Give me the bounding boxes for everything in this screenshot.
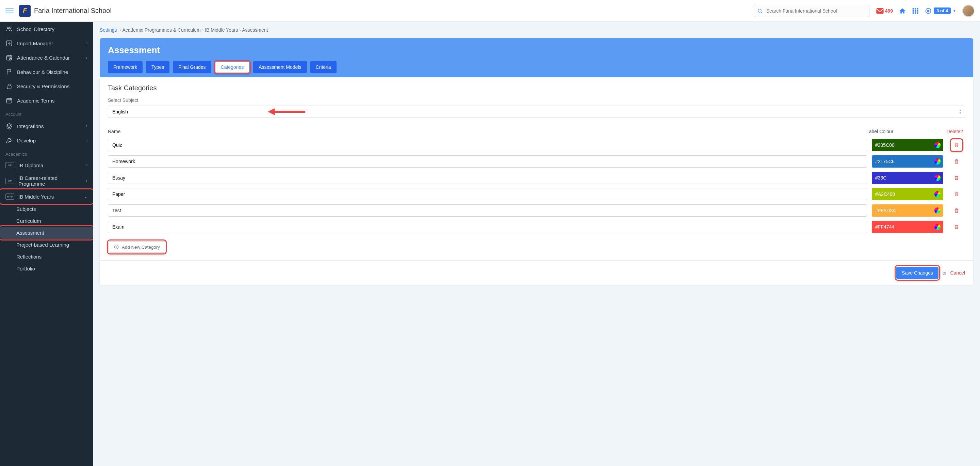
sidebar-item-label: Attendance & Calendar: [17, 55, 70, 61]
svg-rect-10: [915, 12, 916, 14]
delete-button[interactable]: [951, 173, 962, 183]
category-name-input[interactable]: [108, 204, 867, 217]
save-button[interactable]: Save Changes: [896, 267, 939, 279]
sidebar-item-security-permissions[interactable]: Security & Permissions: [0, 79, 93, 93]
breadcrumb-separator: ›: [202, 27, 204, 33]
svg-point-14: [7, 27, 9, 29]
sidebar-sub-subjects[interactable]: Subjects: [0, 203, 93, 215]
section-title: Task Categories: [108, 84, 965, 92]
sidebar-item-ib-career-related-programme[interactable]: CPIB Career-related Programme›: [0, 172, 93, 190]
svg-point-0: [758, 9, 761, 12]
panel-title: Assessment: [108, 45, 965, 56]
category-row: #33C: [108, 170, 965, 186]
tab-criteria[interactable]: Criteria: [310, 61, 337, 73]
category-name-input[interactable]: [108, 221, 867, 233]
svg-rect-19: [7, 86, 11, 89]
sidebar-sub-curriculum[interactable]: Curriculum: [0, 215, 93, 227]
color-swatch[interactable]: #33C: [872, 172, 943, 184]
sidebar-item-integrations[interactable]: Integrations›: [0, 119, 93, 133]
sidebar-item-academic-terms[interactable]: Academic Terms: [0, 93, 93, 108]
calendar-clock-icon: [5, 54, 13, 61]
or-text: or: [943, 270, 947, 276]
delete-button[interactable]: [951, 140, 962, 150]
color-swatch[interactable]: #A2C400: [872, 188, 943, 200]
breadcrumb-root[interactable]: Settings: [100, 27, 117, 33]
color-wheel-icon: [934, 175, 940, 181]
category-name-input[interactable]: [108, 172, 867, 184]
color-wheel-icon: [934, 207, 940, 214]
subject-select[interactable]: English: [108, 105, 965, 118]
sidebar-sub-reflections[interactable]: Reflections: [0, 251, 93, 263]
search-input[interactable]: [754, 5, 869, 17]
sidebar-item-school-directory[interactable]: School Directory: [0, 22, 93, 36]
category-name-input[interactable]: [108, 188, 867, 200]
svg-rect-9: [913, 12, 914, 14]
category-row: #2175C6: [108, 153, 965, 170]
svg-point-13: [928, 10, 929, 11]
delete-button[interactable]: [951, 222, 962, 232]
delete-button[interactable]: [951, 189, 962, 199]
sidebar-item-behaviour-discipline[interactable]: Behaviour & Discipline: [0, 65, 93, 79]
programme-badge: CP: [5, 178, 14, 184]
breadcrumb: Settings › Academic Programmes & Curricu…: [100, 27, 973, 33]
panel-body: Task Categories Select Subject English ▲…: [100, 77, 973, 260]
breadcrumb-item[interactable]: Assessment: [242, 27, 268, 33]
tab-types[interactable]: Types: [146, 61, 169, 73]
color-swatch[interactable]: #2175C6: [872, 155, 943, 168]
category-name-input[interactable]: [108, 139, 867, 151]
color-swatch[interactable]: #FF4744: [872, 221, 943, 233]
top-icons: 499 3 of 4 ▼: [876, 5, 975, 17]
sidebar-item-ib-middle-years[interactable]: MYPIB Middle Years⌄: [0, 190, 93, 203]
color-hex: #2175C6: [875, 159, 894, 164]
main-content: Settings › Academic Programmes & Curricu…: [93, 22, 980, 466]
assessment-panel: Assessment FrameworkTypesFinal GradesCat…: [100, 38, 973, 285]
sidebar-item-label: Security & Permissions: [17, 83, 69, 89]
user-avatar[interactable]: [962, 5, 975, 17]
programme-badge: MYP: [5, 193, 14, 199]
tab-assessment-models[interactable]: Assessment Models: [253, 61, 307, 73]
sidebar-section-academics: Academics: [0, 147, 93, 159]
delete-button[interactable]: [951, 206, 962, 215]
wrench-icon: [5, 137, 13, 144]
apps-icon[interactable]: [912, 8, 919, 14]
breadcrumb-item[interactable]: IB Middle Years: [205, 27, 238, 33]
tab-framework[interactable]: Framework: [108, 61, 143, 73]
sidebar-item-develop[interactable]: Develop›: [0, 133, 93, 147]
tab-final-grades[interactable]: Final Grades: [173, 61, 211, 73]
breadcrumb-item[interactable]: Academic Programmes & Curriculum: [122, 27, 200, 33]
sidebar-sub-assessment[interactable]: Assessment: [0, 227, 93, 239]
chevron-right-icon: ›: [86, 41, 88, 46]
sidebar-item-ib-diploma[interactable]: DPIB Diploma›: [0, 159, 93, 172]
cancel-link[interactable]: Cancel: [950, 270, 965, 276]
sidebar-item-label: IB Diploma: [18, 163, 43, 168]
sidebar-item-attendance-calendar[interactable]: Attendance & Calendar›: [0, 50, 93, 65]
sidebar-sub-portfolio[interactable]: Portfolio: [0, 263, 93, 274]
color-swatch[interactable]: #205C00: [872, 139, 943, 151]
top-bar: F Faria International School 499 3 of 4 …: [0, 0, 980, 22]
delete-button[interactable]: [951, 156, 962, 167]
svg-rect-4: [915, 8, 916, 9]
category-row: #205C00: [108, 137, 965, 153]
menu-toggle[interactable]: [5, 7, 14, 15]
chevron-right-icon: ›: [86, 124, 88, 128]
color-swatch[interactable]: #FFAD3A: [872, 204, 943, 217]
sidebar-item-import-manager[interactable]: Import Manager›: [0, 36, 93, 50]
layers-icon: [5, 122, 13, 130]
chevron-right-icon: ›: [86, 179, 88, 183]
category-row: #FF4744: [108, 219, 965, 235]
lock-icon: [5, 83, 13, 90]
tour-counter[interactable]: 3 of 4 ▼: [925, 8, 956, 14]
mail-button[interactable]: 499: [876, 8, 893, 14]
sidebar-sub-project-based-learning[interactable]: Project-based Learning: [0, 239, 93, 251]
home-icon[interactable]: [899, 8, 906, 14]
panel-header: Assessment FrameworkTypesFinal GradesCat…: [100, 38, 973, 77]
category-row: #FFAD3A: [108, 202, 965, 219]
tab-categories[interactable]: Categories: [215, 62, 250, 73]
sidebar-item-label: IB Middle Years: [18, 194, 54, 199]
category-name-input[interactable]: [108, 155, 867, 168]
sidebar: School DirectoryImport Manager›Attendanc…: [0, 22, 93, 466]
import-icon: [5, 40, 13, 47]
add-category-button[interactable]: Add New Category: [108, 241, 165, 253]
svg-line-1: [761, 12, 762, 13]
chevron-down-icon: ▼: [953, 9, 956, 13]
